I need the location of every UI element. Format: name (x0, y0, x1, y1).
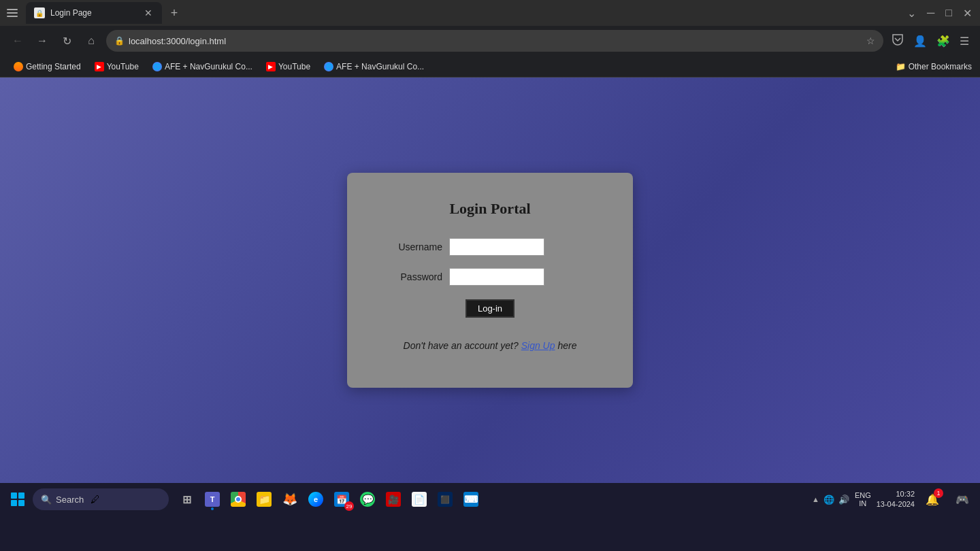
start-button[interactable] (5, 487, 30, 512)
app6-icon: e (308, 492, 323, 507)
notification-badge: 1 (934, 488, 943, 498)
bookmark-youtube-2[interactable]: ▶ YouTube (261, 61, 316, 73)
profile-icon[interactable]: 👤 (911, 32, 930, 50)
terminal-icon: ⬛ (438, 492, 453, 507)
nav-bar: ← → ↻ ⌂ 🔒 localhost:3000/login.html ☆ 👤 … (0, 26, 980, 56)
login-button[interactable]: Log-in (466, 299, 514, 318)
reload-button[interactable]: ↻ (57, 31, 76, 50)
up-arrow-icon[interactable]: ▲ (812, 495, 819, 503)
back-button[interactable]: ← (8, 31, 27, 50)
taskbar-app-explorer[interactable]: 📁 (252, 487, 276, 512)
speaker-icon[interactable]: 🔊 (838, 495, 849, 505)
extensions-icon[interactable]: 🧩 (934, 32, 953, 50)
address-bar[interactable]: 🔒 localhost:3000/login.html ☆ (106, 30, 883, 52)
taskbar-notification[interactable]: 🔔 1 (920, 487, 945, 512)
taskbar-app-terminal[interactable]: ⬛ (433, 487, 457, 512)
bookmark-afe-2[interactable]: 🌐 AFE + NavGurukul Co... (318, 61, 429, 73)
bookmark-label-youtube-1: YouTube (107, 62, 139, 71)
login-title: Login Portal (388, 200, 592, 218)
bookmark-favicon-firefox (14, 62, 23, 71)
bookmark-label-getting-started: Getting Started (26, 62, 81, 71)
teams-icon: T (205, 492, 220, 507)
bookmark-getting-started[interactable]: Getting Started (8, 61, 86, 73)
password-row: Password (388, 268, 592, 286)
taskbar-language[interactable]: ENG IN (855, 491, 871, 507)
form-actions: Log-in (388, 299, 592, 318)
extra-icon: 🎮 (955, 492, 970, 507)
tab-bar-left (5, 6, 19, 20)
tab-favicon: 🔒 (34, 7, 45, 18)
bookmark-label-afe-2: AFE + NavGurukul Co... (336, 62, 424, 71)
home-button[interactable]: ⌂ (82, 31, 101, 50)
url-text: localhost:3000/login.html (129, 36, 862, 46)
password-input[interactable] (449, 268, 544, 286)
tab-list-icon[interactable]: ⌄ (904, 4, 919, 22)
taskbar-search-icon: 🔍 (41, 495, 52, 505)
lang-in: IN (855, 499, 871, 507)
page-content: Login Portal Username Password Log-in Do… (0, 78, 980, 483)
active-tab[interactable]: 🔒 Login Page ✕ (26, 2, 162, 24)
close-button[interactable]: ✕ (960, 4, 975, 22)
bookmark-star-icon[interactable]: ☆ (866, 35, 875, 46)
browser-menu-icon[interactable] (5, 6, 19, 20)
vscode-icon: ⌨ (463, 492, 478, 507)
taskbar-app-teams[interactable]: T (200, 487, 225, 512)
notepad-icon: 📄 (412, 492, 427, 507)
new-tab-button[interactable]: + (165, 3, 184, 22)
taskbar-app-calendar[interactable]: 📅 29 (329, 487, 354, 512)
taskbar-clock[interactable]: 10:32 13-04-2024 (877, 489, 915, 510)
browser-chrome: 🔒 Login Page ✕ + ⌄ ─ □ ✕ ← → ↻ ⌂ 🔒 local… (0, 0, 980, 78)
taskbar-app-firefox[interactable]: 🦊 (278, 487, 302, 512)
taskbar-app-taskview[interactable]: ⊞ (174, 487, 199, 512)
minimize-button[interactable]: ─ (924, 4, 937, 22)
bookmarks-bar: Getting Started ▶ YouTube 🌐 AFE + NavGur… (0, 56, 980, 78)
other-bookmarks-button[interactable]: 📁 Other Bookmarks (896, 62, 972, 71)
taskbar-app-whatsapp[interactable]: 💬 (355, 487, 380, 512)
other-bookmarks-label: Other Bookmarks (909, 62, 972, 71)
taskbar-app-app6[interactable]: e (304, 487, 328, 512)
tab-bar: 🔒 Login Page ✕ + ⌄ ─ □ ✕ (0, 0, 980, 26)
bookmark-youtube-1[interactable]: ▶ YouTube (89, 61, 144, 73)
taskview-icon: ⊞ (179, 492, 194, 507)
bookmark-favicon-globe2: 🌐 (324, 62, 333, 71)
taskbar-apps: ⊞ T 📁 🦊 e 📅 29 💬 (174, 487, 483, 512)
taskbar-system-icons: ▲ 🌐 🔊 (812, 495, 849, 505)
clock-time: 10:32 (877, 489, 915, 499)
browser-menu-icon[interactable]: ☰ (957, 32, 972, 50)
taskbar-app-chrome[interactable] (226, 487, 250, 512)
taskbar: 🔍 Search 🖊 ⊞ T 📁 🦊 e (0, 483, 980, 516)
bookmark-favicon-globe1: 🌐 (152, 62, 162, 71)
security-icon: 🔒 (114, 36, 125, 46)
username-label: Username (388, 241, 442, 252)
signup-link[interactable]: Sign Up (521, 340, 555, 351)
taskbar-search-box[interactable]: 🔍 Search 🖊 (33, 488, 169, 510)
tab-close-button[interactable]: ✕ (143, 7, 154, 18)
svg-rect-0 (7, 9, 18, 10)
maximize-button[interactable]: □ (943, 4, 955, 22)
password-label: Password (388, 271, 442, 282)
network-icon[interactable]: 🌐 (823, 495, 834, 505)
pocket-icon[interactable] (889, 31, 906, 51)
signup-text-before: Don't have an account yet? (404, 340, 519, 351)
nav-right-buttons: 👤 🧩 ☰ (889, 31, 972, 51)
windows-icon (11, 492, 24, 506)
svg-rect-2 (7, 16, 18, 17)
taskbar-app-extra[interactable]: 🎮 (950, 487, 975, 512)
bookmark-label-afe-1: AFE + NavGurukul Co... (165, 62, 252, 71)
bookmark-favicon-yt1: ▶ (95, 62, 104, 71)
folder-icon: 📁 (896, 62, 906, 71)
bookmark-afe-1[interactable]: 🌐 AFE + NavGurukul Co... (147, 61, 258, 73)
firefox-icon: 🦊 (282, 492, 297, 507)
taskbar-app-app9[interactable]: 🎥 (381, 487, 406, 512)
teams-badge (211, 507, 214, 510)
login-card: Login Portal Username Password Log-in Do… (347, 173, 633, 387)
app9-icon: 🎥 (386, 492, 401, 507)
taskbar-app-vscode[interactable]: ⌨ (459, 487, 483, 512)
calendar-badge: 29 (344, 501, 354, 511)
lang-eng: ENG (855, 491, 871, 499)
tab-bar-right: ⌄ ─ □ ✕ (904, 4, 975, 22)
forward-button[interactable]: → (33, 31, 52, 50)
taskbar-search-extra-icon: 🖊 (91, 494, 100, 505)
taskbar-app-notepad[interactable]: 📄 (407, 487, 431, 512)
username-input[interactable] (449, 238, 544, 256)
